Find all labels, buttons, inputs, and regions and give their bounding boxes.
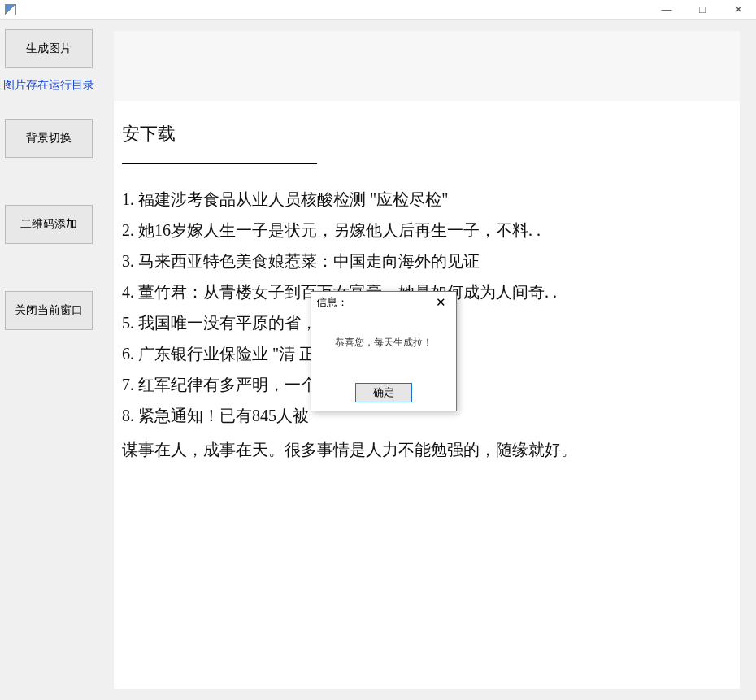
title-underline	[122, 163, 317, 164]
dialog-titlebar: 信息： ✕	[311, 292, 456, 313]
close-button[interactable]: ✕	[720, 0, 756, 20]
content-title: 安下载	[122, 122, 717, 146]
list-item: 1. 福建涉考食品从业人员核酸检测 "应检尽检"	[122, 184, 717, 215]
titlebar: — □ ✕	[0, 0, 756, 20]
qrcode-add-button[interactable]: 二维码添加	[5, 205, 93, 244]
app-icon	[5, 4, 16, 15]
dialog-title: 信息：	[316, 295, 348, 310]
list-item: 2. 她16岁嫁人生一子是状元，另嫁他人后再生一子，不料. .	[122, 215, 717, 246]
maximize-button[interactable]: □	[684, 0, 720, 20]
dialog-close-icon[interactable]: ✕	[431, 295, 451, 310]
dialog-message: 恭喜您，每天生成拉！	[311, 313, 456, 350]
list-item: 3. 马来西亚特色美食娘惹菜：中国走向海外的见证	[122, 246, 717, 276]
close-window-button[interactable]: 关闭当前窗口	[5, 291, 93, 330]
content-footer: 谋事在人，成事在天。很多事情是人力不能勉强的，随缘就好。	[122, 439, 717, 461]
sidebar-note: 图片存在运行目录	[3, 78, 94, 93]
message-dialog: 信息： ✕ 恭喜您，每天生成拉！ 确定	[311, 291, 457, 411]
minimize-button[interactable]: —	[649, 0, 684, 20]
dialog-ok-button[interactable]: 确定	[355, 383, 412, 402]
window-controls: — □ ✕	[649, 0, 756, 20]
canvas-header	[114, 31, 740, 101]
sidebar: 生成图片 图片存在运行目录 背景切换 二维码添加 关闭当前窗口	[0, 20, 98, 700]
generate-image-button[interactable]: 生成图片	[5, 29, 93, 68]
background-switch-button[interactable]: 背景切换	[5, 119, 93, 158]
